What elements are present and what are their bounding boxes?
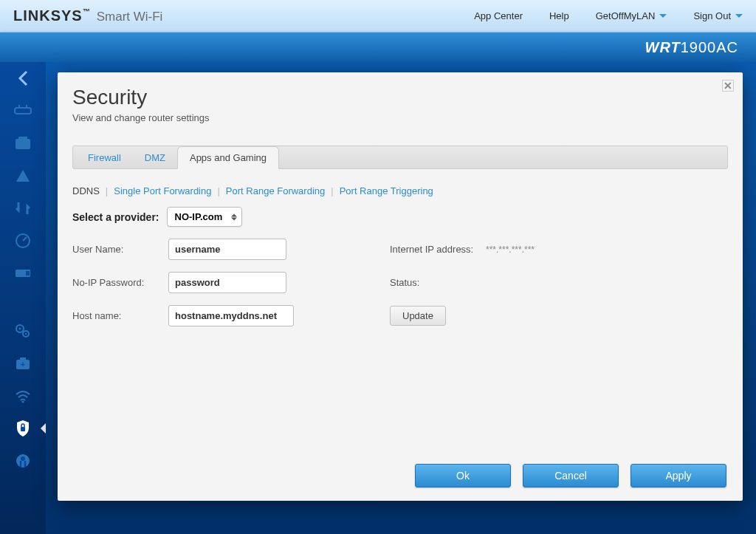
subnav-single-port-forwarding[interactable]: Single Port Forwarding — [114, 185, 211, 196]
username-input[interactable] — [168, 239, 286, 260]
nav-app-center[interactable]: App Center — [474, 10, 523, 21]
svg-point-12 — [25, 333, 27, 335]
brand: LINKSYS™ Smart Wi-Fi — [13, 7, 162, 24]
nav-help[interactable]: Help — [549, 10, 569, 21]
svg-rect-17 — [21, 427, 25, 431]
status-label: Status: — [390, 277, 486, 288]
chevron-down-icon — [735, 14, 743, 18]
svg-rect-0 — [15, 108, 31, 114]
svg-rect-4 — [18, 137, 27, 139]
security-panel: ✕ Security View and change router settin… — [58, 72, 743, 501]
sidebar-item-media[interactable] — [5, 129, 41, 158]
svg-point-11 — [19, 328, 21, 330]
sidebar-item-security[interactable] — [5, 414, 41, 443]
nav-account[interactable]: GetOffMyLAN — [596, 10, 667, 21]
sidebar-item-speedtest[interactable] — [5, 226, 41, 256]
sidebar-item-troubleshoot[interactable]: + — [5, 349, 41, 378]
sidebar-back-button[interactable] — [5, 66, 41, 90]
footer-buttons: Ok Cancel Apply — [415, 464, 726, 487]
brand-subtitle: Smart Wi-Fi — [97, 10, 163, 24]
provider-label: Select a provider: — [72, 211, 159, 223]
subnav-port-range-forwarding[interactable]: Port Range Forwarding — [226, 185, 325, 196]
username-label: User Name: — [72, 244, 168, 255]
password-input[interactable] — [168, 272, 286, 293]
svg-point-19 — [21, 456, 25, 461]
brand-logo: LINKSYS™ — [13, 7, 91, 24]
sidebar-item-priority[interactable] — [5, 194, 41, 223]
ip-value: ***.***.***.*** — [486, 244, 728, 255]
sub-nav: DDNS | Single Port Forwarding | Port Ran… — [72, 185, 728, 196]
chevron-down-icon — [659, 14, 667, 18]
model-header: WRT1900AC — [0, 32, 756, 62]
ddns-form: Select a provider: NO-IP.com User Name: … — [72, 207, 728, 326]
svg-rect-8 — [26, 271, 30, 275]
ip-label: Internet IP address: — [390, 244, 486, 255]
tab-dmz[interactable]: DMZ — [133, 147, 177, 168]
top-bar: LINKSYS™ Smart Wi-Fi App Center Help Get… — [0, 0, 756, 32]
update-button[interactable]: Update — [390, 306, 446, 326]
sidebar-item-connectivity[interactable] — [5, 316, 41, 346]
close-icon[interactable]: ✕ — [722, 80, 734, 92]
nav-sign-out[interactable]: Sign Out — [693, 10, 743, 21]
sidebar-item-storage[interactable] — [5, 259, 41, 288]
hostname-input[interactable] — [168, 305, 294, 326]
page-subtitle: View and change router settings — [72, 112, 728, 123]
svg-rect-3 — [16, 139, 30, 149]
top-nav: App Center Help GetOffMyLAN Sign Out — [474, 10, 743, 21]
svg-point-16 — [22, 401, 24, 403]
apply-button[interactable]: Apply — [630, 464, 726, 487]
page-title: Security — [72, 86, 728, 109]
password-label: No-IP Password: — [72, 277, 168, 288]
ok-button[interactable]: Ok — [415, 464, 511, 487]
sidebar-item-parental[interactable] — [5, 161, 41, 191]
sidebar-item-wireless[interactable] — [5, 381, 41, 411]
svg-line-6 — [23, 237, 27, 241]
tab-apps-gaming[interactable]: Apps and Gaming — [177, 146, 279, 169]
select-arrows-icon — [231, 213, 237, 220]
svg-text:+: + — [21, 360, 25, 369]
tabs: Firewall DMZ Apps and Gaming — [72, 146, 728, 169]
subnav-port-range-triggering[interactable]: Port Range Triggering — [340, 185, 433, 196]
sidebar-item-openvpn[interactable] — [5, 446, 41, 476]
content-area: ✕ Security View and change router settin… — [46, 62, 756, 534]
sidebar-item-network[interactable] — [5, 96, 41, 126]
model-label: WRT1900AC — [645, 39, 738, 56]
subnav-ddns[interactable]: DDNS — [72, 185, 100, 196]
sidebar: + — [0, 62, 46, 534]
cancel-button[interactable]: Cancel — [523, 464, 619, 487]
hostname-label: Host name: — [72, 310, 168, 321]
provider-select[interactable]: NO-IP.com — [167, 207, 243, 227]
tab-firewall[interactable]: Firewall — [76, 147, 133, 168]
